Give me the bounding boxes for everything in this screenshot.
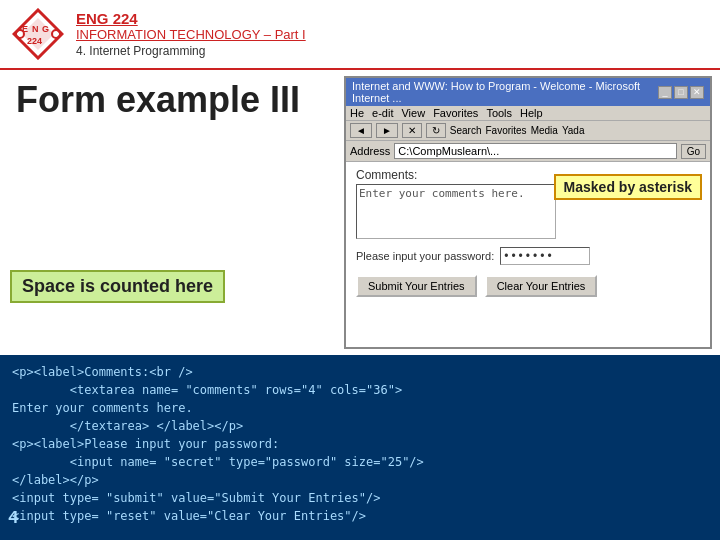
address-bar-row: Address Go	[346, 141, 710, 162]
address-label: Address	[350, 145, 390, 157]
stop-btn[interactable]: ✕	[402, 123, 422, 138]
course-section: 4. Internet Programming	[76, 44, 306, 58]
media-toolbar-btn[interactable]: Media	[531, 125, 558, 136]
submit-btn[interactable]: Submit Your Entries	[356, 275, 477, 297]
menu-view[interactable]: View	[401, 107, 425, 119]
svg-text:224: 224	[27, 36, 42, 46]
slide-number: 4	[8, 505, 19, 532]
address-input[interactable]	[394, 143, 676, 159]
header: E N G 224 ENG 224 INFORMATION TECHNOLOGY…	[0, 0, 720, 70]
reset-btn[interactable]: Clear Your Entries	[485, 275, 598, 297]
menu-favorites[interactable]: Favorites	[433, 107, 478, 119]
maximize-btn[interactable]: □	[674, 86, 688, 99]
course-title: INFORMATION TECHNOLOGY – Part I	[76, 27, 306, 42]
back-btn[interactable]: ◄	[350, 123, 372, 138]
browser-menubar: He e-dit View Favorites Tools Help	[346, 106, 710, 121]
menu-he[interactable]: He	[350, 107, 364, 119]
header-text: ENG 224 INFORMATION TECHNOLOGY – Part I …	[76, 10, 306, 58]
password-input[interactable]	[500, 247, 590, 265]
logo-icon: E N G 224	[12, 8, 64, 60]
form-buttons: Submit Your Entries Clear Your Entries	[356, 275, 700, 297]
main-content: Form example III Space is counted here I…	[0, 70, 720, 355]
masked-label: Masked by asterisk	[554, 174, 702, 200]
menu-help[interactable]: Help	[520, 107, 543, 119]
space-counted-annotation: Space is counted here	[10, 270, 225, 303]
browser-controls: _ □ ✕	[658, 86, 704, 99]
browser-title: Internet and WWW: How to Program - Welco…	[352, 80, 658, 104]
slide: E N G 224 ENG 224 INFORMATION TECHNOLOGY…	[0, 0, 720, 540]
browser-body: Masked by asterisk Comments: Enter your …	[346, 162, 710, 347]
menu-tools[interactable]: Tools	[486, 107, 512, 119]
course-code: ENG 224	[76, 10, 306, 27]
svg-text:G: G	[42, 24, 49, 34]
right-panel: Internet and WWW: How to Program - Welco…	[340, 70, 720, 355]
menu-edit[interactable]: e-dit	[372, 107, 393, 119]
svg-text:N: N	[32, 24, 39, 34]
browser-window: Internet and WWW: How to Program - Welco…	[344, 76, 712, 349]
close-btn[interactable]: ✕	[690, 86, 704, 99]
slide-title: Form example III	[16, 80, 324, 120]
go-btn[interactable]: Go	[681, 144, 706, 159]
refresh-btn[interactable]: ↻	[426, 123, 446, 138]
browser-toolbar: ◄ ► ✕ ↻ Search Favorites Media Yada	[346, 121, 710, 141]
left-panel: Form example III Space is counted here	[0, 70, 340, 355]
code-panel: <p><label>Comments:<br /> <textarea name…	[0, 355, 720, 540]
comments-textarea[interactable]: Enter your comments here.	[356, 184, 556, 239]
favorites-toolbar-btn[interactable]: Favorites	[486, 125, 527, 136]
yada-toolbar-btn[interactable]: Yada	[562, 125, 585, 136]
minimize-btn[interactable]: _	[658, 86, 672, 99]
search-toolbar-btn[interactable]: Search	[450, 125, 482, 136]
password-row: Please input your password:	[356, 247, 700, 265]
code-block: <p><label>Comments:<br /> <textarea name…	[12, 363, 708, 525]
browser-titlebar: Internet and WWW: How to Program - Welco…	[346, 78, 710, 106]
password-label: Please input your password:	[356, 250, 494, 262]
forward-btn[interactable]: ►	[376, 123, 398, 138]
